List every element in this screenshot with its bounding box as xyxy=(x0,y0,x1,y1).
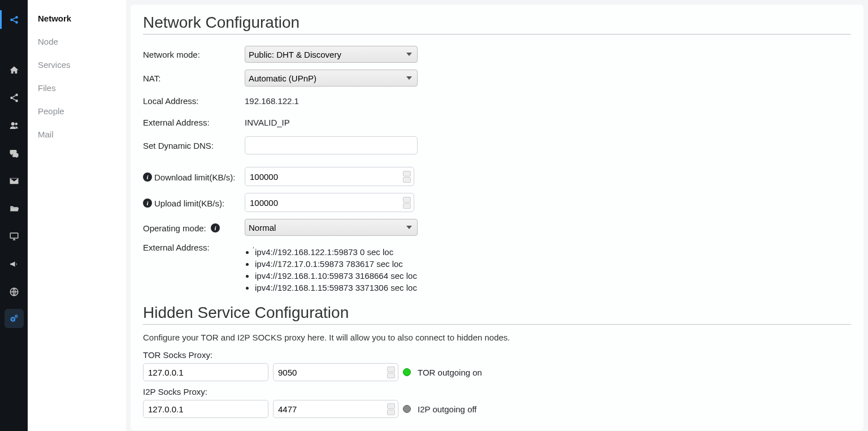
i2p-host-input[interactable] xyxy=(143,400,268,418)
tor-host-input[interactable] xyxy=(143,363,268,381)
hidden-service-desc: Configure your TOR and I2P SOCKS proxy h… xyxy=(143,333,851,342)
hidden-service-title: Hidden Service Configuration xyxy=(143,304,851,322)
label-external-address-list: External Address: xyxy=(143,243,245,252)
spinner-icon[interactable] xyxy=(403,195,412,210)
info-icon[interactable]: i xyxy=(143,173,152,182)
label-dynamic-dns: Set Dynamic DNS: xyxy=(143,141,245,150)
label-i2p-proxy: I2P Socks Proxy: xyxy=(143,387,851,396)
list-item: ipv4://192.168.1.10:59873 3168664 sec lo… xyxy=(255,270,851,282)
label-upload-limit: iUpload limit(KB/s): xyxy=(143,197,245,208)
value-local-address: 192.168.122.1 xyxy=(245,96,851,106)
spinner-icon[interactable] xyxy=(403,169,412,184)
rail-announce[interactable] xyxy=(0,250,28,278)
rail-globe[interactable] xyxy=(0,278,28,305)
gears-icon xyxy=(9,313,19,324)
label-nat: NAT: xyxy=(143,74,245,83)
svg-point-13 xyxy=(15,315,17,317)
rail-share[interactable] xyxy=(0,84,28,111)
label-network-mode: Network mode: xyxy=(143,50,245,59)
section-divider xyxy=(143,34,851,35)
rail-mail[interactable] xyxy=(0,167,28,195)
icon-rail xyxy=(0,0,28,431)
home-icon xyxy=(9,65,19,75)
label-local-address: Local Address: xyxy=(143,96,245,106)
info-icon[interactable]: i xyxy=(143,199,152,208)
subnav-network[interactable]: Network xyxy=(28,7,125,30)
tor-port-input[interactable] xyxy=(273,363,398,381)
list-item: ipv4://172.17.0.1:59873 783617 sec loc xyxy=(255,258,851,270)
external-address-list: ipv4://192.168.122.1:59873 0 sec loc ipv… xyxy=(255,246,851,294)
chat-icon xyxy=(9,148,19,158)
subnav-node[interactable]: Node xyxy=(28,30,125,53)
svg-point-5 xyxy=(15,100,18,102)
tor-status-text: TOR outgoing on xyxy=(418,368,482,377)
svg-point-7 xyxy=(15,122,18,125)
share-icon xyxy=(9,93,19,103)
svg-point-3 xyxy=(15,93,18,96)
svg-point-4 xyxy=(10,96,13,99)
spinner-icon[interactable] xyxy=(387,402,396,416)
bullhorn-icon xyxy=(9,259,19,269)
svg-point-12 xyxy=(12,319,13,320)
label-tor-proxy: TOR Socks Proxy: xyxy=(143,350,851,360)
globe-icon xyxy=(9,287,19,297)
settings-card: Network Configuration Network mode: Publ… xyxy=(131,5,863,430)
rail-channels[interactable] xyxy=(0,222,28,250)
subnav-people[interactable]: People xyxy=(28,100,125,123)
share-nodes-icon xyxy=(9,15,19,25)
rail-people[interactable] xyxy=(0,111,28,139)
rail-logo[interactable] xyxy=(0,6,28,33)
list-item: ipv4://192.168.122.1:59873 0 sec loc xyxy=(255,246,851,258)
list-item: ipv4://192.168.1.15:59873 3371306 sec lo… xyxy=(255,282,851,294)
folder-open-icon xyxy=(9,204,19,214)
network-mode-select[interactable]: Public: DHT & Discovery xyxy=(245,46,418,63)
label-operating-mode: Operating mode: i xyxy=(143,222,245,233)
svg-rect-9 xyxy=(10,233,18,238)
i2p-port-input[interactable] xyxy=(273,400,398,418)
subnav-mail[interactable]: Mail xyxy=(28,123,125,146)
page-title: Network Configuration xyxy=(143,14,851,32)
rail-files[interactable] xyxy=(0,195,28,222)
users-icon xyxy=(9,120,19,131)
rail-chat[interactable] xyxy=(0,139,28,167)
info-icon[interactable]: i xyxy=(211,223,220,232)
status-dot-grey xyxy=(403,405,411,413)
upload-limit-input[interactable] xyxy=(245,193,414,212)
subnav-files[interactable]: Files xyxy=(28,76,125,100)
mail-icon xyxy=(9,176,19,186)
download-limit-input[interactable] xyxy=(245,167,414,186)
svg-point-6 xyxy=(11,122,14,126)
subnav-services[interactable]: Services xyxy=(28,53,125,76)
label-download-limit: iDownload limit(KB/s): xyxy=(143,171,245,182)
rail-settings[interactable] xyxy=(5,309,24,328)
monitor-icon xyxy=(9,231,19,242)
section-divider xyxy=(143,324,851,325)
operating-mode-select[interactable]: Normal xyxy=(245,219,418,236)
svg-point-2 xyxy=(15,21,18,24)
status-dot-green xyxy=(403,368,411,376)
nat-select[interactable]: Automatic (UPnP) xyxy=(245,70,418,87)
rail-home[interactable] xyxy=(0,56,28,84)
value-external-address: INVALID_IP xyxy=(245,118,851,127)
main-area: Network Configuration Network mode: Publ… xyxy=(126,0,868,431)
spinner-icon[interactable] xyxy=(387,365,396,380)
dynamic-dns-input[interactable] xyxy=(245,136,418,154)
i2p-status-text: I2P outgoing off xyxy=(418,404,477,414)
settings-subnav: Network Node Services Files People Mail xyxy=(28,0,126,431)
svg-point-1 xyxy=(15,16,18,19)
label-external-address: External Address: xyxy=(143,118,245,127)
